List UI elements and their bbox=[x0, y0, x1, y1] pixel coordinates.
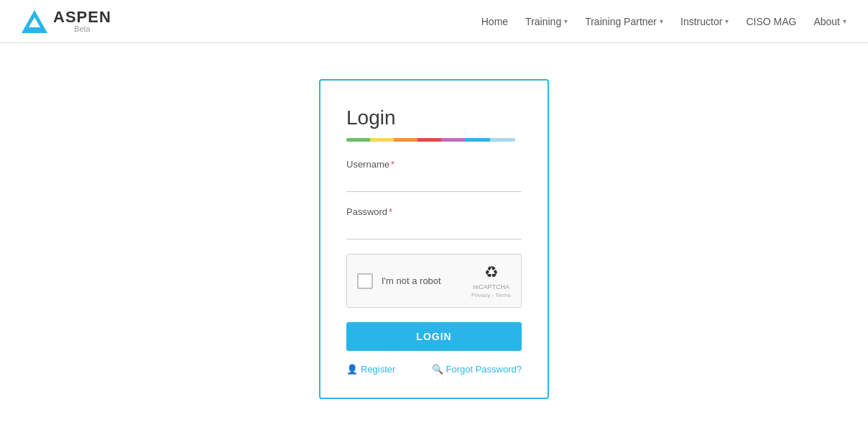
nav-about[interactable]: About ▾ bbox=[813, 16, 846, 27]
about-chevron-icon: ▾ bbox=[843, 17, 846, 25]
recaptcha-checkbox[interactable] bbox=[357, 273, 373, 289]
forgot-password-icon: 🔍 bbox=[432, 364, 443, 375]
username-input[interactable] bbox=[346, 174, 522, 192]
username-label: Username* bbox=[346, 159, 522, 170]
nav-ciso-mag[interactable]: CISO MAG bbox=[746, 16, 796, 27]
password-field-group: Password* bbox=[346, 206, 522, 239]
nav-training-partner[interactable]: Training Partner ▾ bbox=[585, 16, 663, 27]
password-input[interactable] bbox=[346, 221, 522, 239]
logo-beta: Beta bbox=[53, 25, 111, 33]
instructor-chevron-icon: ▾ bbox=[725, 17, 729, 25]
username-field-group: Username* bbox=[346, 159, 522, 192]
header: ASPEN Beta Home Training ▾ Training Part… bbox=[0, 0, 868, 43]
training-partner-chevron-icon: ▾ bbox=[660, 17, 663, 25]
main-nav: Home Training ▾ Training Partner ▾ Instr… bbox=[481, 16, 846, 27]
logo-icon bbox=[22, 10, 47, 33]
register-link[interactable]: 👤 Register bbox=[346, 364, 395, 375]
nav-training[interactable]: Training ▾ bbox=[525, 16, 568, 27]
recaptcha-logo-icon: ♻ bbox=[484, 263, 499, 282]
training-chevron-icon: ▾ bbox=[564, 17, 568, 25]
main-content: Login Username* Password* I'm not a robo… bbox=[0, 43, 868, 430]
rainbow-divider bbox=[346, 138, 515, 142]
login-card: Login Username* Password* I'm not a robo… bbox=[319, 79, 549, 399]
logo-text: ASPEN bbox=[53, 9, 111, 25]
password-required-star: * bbox=[389, 206, 392, 217]
nav-instructor[interactable]: Instructor ▾ bbox=[680, 16, 729, 27]
recaptcha-label: I'm not a robot bbox=[382, 275, 441, 286]
register-icon: 👤 bbox=[346, 364, 358, 375]
username-required-star: * bbox=[391, 159, 394, 170]
password-label: Password* bbox=[346, 206, 522, 217]
recaptcha-widget[interactable]: I'm not a robot ♻ reCAPTCHA Privacy - Te… bbox=[346, 254, 522, 308]
nav-home[interactable]: Home bbox=[481, 16, 508, 27]
recaptcha-links-text: Privacy - Terms bbox=[471, 292, 511, 298]
login-button[interactable]: LOGIN bbox=[346, 322, 522, 351]
login-title: Login bbox=[346, 106, 522, 129]
forgot-password-link[interactable]: 🔍 Forgot Password? bbox=[432, 364, 522, 375]
recaptcha-brand-text: reCAPTCHA bbox=[473, 283, 509, 291]
bottom-links: 👤 Register 🔍 Forgot Password? bbox=[346, 364, 522, 375]
logo[interactable]: ASPEN Beta bbox=[22, 9, 111, 33]
